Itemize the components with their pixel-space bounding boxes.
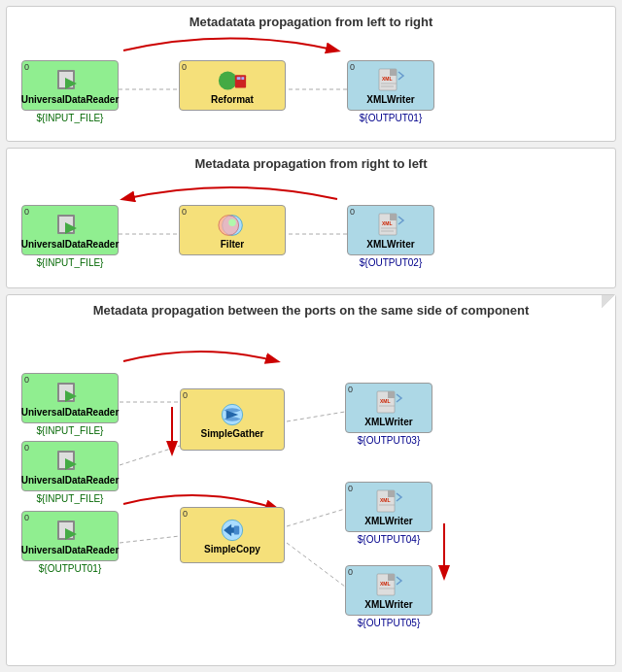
svg-rect-8 — [241, 77, 244, 80]
node-reformat: 0 Reformat — [179, 60, 286, 111]
node-udr5-label: ${OUTPUT01} — [39, 563, 101, 574]
svg-rect-52 — [388, 490, 395, 497]
node-xml3-label: ${OUTPUT03} — [358, 435, 420, 446]
node-xml1-label: ${OUTPUT01} — [360, 113, 422, 123]
node-udr4: 0 UniversalDataReader ${INPUT_FILE} — [21, 441, 119, 504]
node-udr1-label: ${INPUT_FILE} — [37, 113, 104, 123]
panel-3: Metadata propagation between the ports o… — [6, 294, 616, 666]
svg-rect-7 — [237, 77, 241, 80]
node-udr3-label: ${INPUT_FILE} — [37, 425, 104, 436]
panel-2: Metadata propagation from right to left … — [6, 148, 616, 288]
node-xml5-label: ${OUTPUT05} — [358, 618, 420, 628]
node-xml5: 0 XML XMLWriter ${OUTPUT05} — [345, 565, 432, 628]
svg-point-21 — [228, 218, 236, 226]
node-udr4-label: ${INPUT_FILE} — [37, 493, 104, 504]
node-xml2: 0 XML XMLWriter ${OUTPUT02} — [347, 205, 434, 268]
svg-rect-50 — [234, 525, 239, 534]
node-udr2: 0 UniversalDataReader ${INPUT_FILE} — [21, 205, 119, 268]
panel-1-title: Metadatata propagation from left to righ… — [7, 7, 615, 33]
svg-rect-56 — [388, 574, 395, 581]
main-container: Metadatata propagation from left to righ… — [0, 0, 622, 672]
panel-2-title: Metadata propagation from right to left — [7, 149, 615, 175]
panel-1: Metadatata propagation from left to righ… — [6, 6, 616, 142]
node-filter: 0 Filter — [179, 205, 286, 255]
svg-line-31 — [120, 536, 180, 543]
node-udr1: 0 UniversalDataReader ${INPUT_FILE} — [21, 60, 119, 123]
svg-text:XML: XML — [380, 581, 391, 587]
svg-text:XML: XML — [382, 76, 393, 82]
node-xml4-label: ${OUTPUT04} — [358, 534, 420, 545]
node-udr2-label: ${INPUT_FILE} — [37, 257, 104, 268]
panel-3-title: Metadata propagation between the ports o… — [7, 295, 615, 321]
svg-text:XML: XML — [380, 497, 391, 503]
node-copy: 0 SimpleCopy — [180, 507, 285, 563]
node-xml2-label: ${OUTPUT02} — [360, 257, 422, 268]
node-udr3: 0 UniversalDataReader ${INPUT_FILE} — [21, 373, 119, 436]
svg-line-28 — [120, 446, 180, 465]
svg-point-20 — [219, 215, 239, 235]
svg-line-29 — [287, 412, 345, 421]
node-xml1: 0 XML XMLWriter ${OUTPUT01} — [347, 60, 434, 123]
svg-point-5 — [219, 71, 237, 89]
svg-rect-43 — [388, 391, 395, 398]
node-xml4: 0 XML XMLWriter ${OUTPUT04} — [345, 482, 432, 545]
svg-line-33 — [287, 543, 345, 587]
svg-rect-10 — [390, 69, 397, 76]
node-udr5: 0 UniversalDataReader ${OUTPUT01} — [21, 511, 119, 574]
node-gather: 0 SimpleGather — [180, 388, 285, 451]
svg-line-32 — [287, 509, 345, 526]
svg-text:XML: XML — [380, 398, 391, 404]
reformat-label: Reformat — [211, 94, 254, 105]
svg-rect-23 — [390, 214, 397, 220]
node-xml3: 0 XML XMLWriter ${OUTPUT03} — [345, 383, 432, 446]
svg-text:XML: XML — [382, 220, 393, 226]
